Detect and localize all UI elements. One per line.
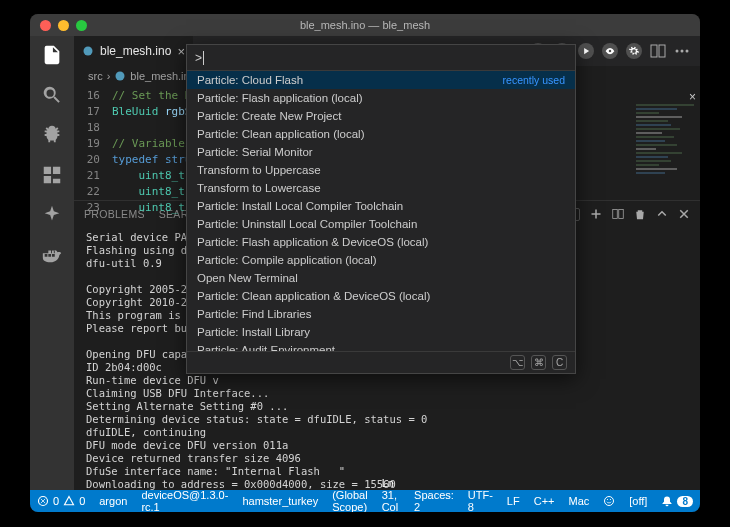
svg-rect-7 <box>613 210 618 219</box>
command-palette: > Particle: Cloud Flashrecently usedPart… <box>186 44 576 374</box>
breadcrumb-folder[interactable]: src <box>88 70 103 82</box>
command-palette-item[interactable]: Particle: Compile application (local) <box>187 251 575 269</box>
window-controls <box>30 20 87 31</box>
cpp-file-icon <box>114 70 126 82</box>
command-palette-input[interactable]: > <box>187 45 575 71</box>
command-palette-item[interactable]: Particle: Clean application (local) <box>187 125 575 143</box>
status-scope[interactable]: (Global Scope) <box>325 490 374 512</box>
status-eol[interactable]: LF <box>500 490 527 512</box>
more-icon[interactable] <box>674 43 690 59</box>
svg-point-6 <box>116 72 125 81</box>
kbd-command-icon: ⌘ <box>531 355 546 370</box>
status-bell[interactable]: 8 <box>654 490 700 512</box>
window-title: ble_mesh.ino — ble_mesh <box>30 19 700 31</box>
command-palette-item[interactable]: Particle: Serial Monitor <box>187 143 575 161</box>
warning-icon <box>63 495 75 507</box>
activity-explorer[interactable] <box>41 44 63 68</box>
activity-extensions[interactable] <box>41 164 63 188</box>
activity-bar <box>30 36 74 490</box>
eye-icon <box>605 46 615 56</box>
status-device[interactable]: argon <box>92 490 134 512</box>
command-palette-prompt: > <box>195 51 202 65</box>
svg-point-5 <box>686 50 689 53</box>
extensions-icon <box>41 164 63 186</box>
svg-point-11 <box>607 499 608 500</box>
bell-icon <box>661 495 673 507</box>
docker-icon <box>41 244 63 266</box>
spark-icon <box>41 204 63 226</box>
svg-point-12 <box>610 499 611 500</box>
status-cursor[interactable]: Ln 31, Col 1 <box>375 490 407 512</box>
files-icon <box>41 44 63 66</box>
minimize-window-button[interactable] <box>58 20 69 31</box>
smile-icon <box>603 495 615 507</box>
svg-rect-8 <box>619 210 624 219</box>
activity-docker[interactable] <box>41 244 63 268</box>
action-view[interactable] <box>602 43 618 59</box>
command-palette-item[interactable]: Particle: Install Local Compiler Toolcha… <box>187 197 575 215</box>
app-window: ble_mesh.ino — ble_mesh <box>30 14 700 512</box>
status-deviceos[interactable]: deviceOS@1.3.0-rc.1 <box>134 490 235 512</box>
split-panel-icon[interactable] <box>612 208 624 220</box>
close-window-button[interactable] <box>40 20 51 31</box>
svg-point-0 <box>84 47 93 56</box>
search-icon <box>41 84 63 106</box>
editor-tab-label: ble_mesh.ino <box>100 44 171 58</box>
action-settings[interactable] <box>626 43 642 59</box>
kbd-letter: C <box>552 355 567 370</box>
command-palette-item[interactable]: Particle: Cloud Flashrecently used <box>187 71 575 89</box>
status-power[interactable]: [off] <box>622 490 654 512</box>
command-palette-list: Particle: Cloud Flashrecently usedPartic… <box>187 71 575 351</box>
action-debug[interactable] <box>578 43 594 59</box>
svg-point-4 <box>681 50 684 53</box>
breadcrumb-sep-icon: › <box>107 70 111 82</box>
svg-point-3 <box>676 50 679 53</box>
status-errors[interactable]: 0 0 <box>30 490 92 512</box>
plus-icon[interactable] <box>590 208 602 220</box>
command-palette-item[interactable]: Particle: Audit Environment <box>187 341 575 351</box>
status-os[interactable]: Mac <box>562 490 597 512</box>
close-tab-button[interactable]: × <box>177 44 185 59</box>
zoom-window-button[interactable] <box>76 20 87 31</box>
close-diff-button[interactable]: × <box>689 90 696 104</box>
cpp-file-icon <box>82 45 94 57</box>
svg-point-10 <box>605 497 614 506</box>
titlebar: ble_mesh.ino — ble_mesh <box>30 14 700 36</box>
activity-debug[interactable] <box>41 124 63 148</box>
line-gutter: 16 17 18 19 20 21 22 23 <box>74 86 108 216</box>
command-palette-item[interactable]: Particle: Uninstall Local Compiler Toolc… <box>187 215 575 233</box>
gear-icon <box>629 46 639 56</box>
status-encoding[interactable]: UTF-8 <box>461 490 500 512</box>
close-panel-icon[interactable] <box>678 208 690 220</box>
chevron-up-icon[interactable] <box>656 208 668 220</box>
status-target[interactable]: hamster_turkey <box>235 490 325 512</box>
command-palette-item[interactable]: Particle: Install Library <box>187 323 575 341</box>
svg-rect-1 <box>651 45 657 57</box>
trash-icon[interactable] <box>634 208 646 220</box>
command-palette-item[interactable]: Transform to Lowercase <box>187 179 575 197</box>
command-palette-item[interactable]: Particle: Flash application (local) <box>187 89 575 107</box>
activity-search[interactable] <box>41 84 63 108</box>
status-lang[interactable]: C++ <box>527 490 562 512</box>
status-bar: 0 0 argon deviceOS@1.3.0-rc.1 hamster_tu… <box>30 490 700 512</box>
keybinding-hint: ⌥ ⌘ C <box>187 351 575 373</box>
svg-rect-2 <box>659 45 665 57</box>
activity-particle[interactable] <box>41 204 63 228</box>
split-icon[interactable] <box>650 43 666 59</box>
command-palette-item[interactable]: Particle: Create New Project <box>187 107 575 125</box>
command-palette-item[interactable]: Open New Terminal <box>187 269 575 287</box>
error-icon <box>37 495 49 507</box>
command-palette-item[interactable]: Particle: Flash application & DeviceOS (… <box>187 233 575 251</box>
status-feedback[interactable] <box>596 490 622 512</box>
bug-icon <box>41 124 63 146</box>
command-palette-item[interactable]: Transform to Uppercase <box>187 161 575 179</box>
command-palette-item[interactable]: Particle: Find Libraries <box>187 305 575 323</box>
status-spaces[interactable]: Spaces: 2 <box>407 490 461 512</box>
play-bug-icon <box>581 46 591 56</box>
editor-tab[interactable]: ble_mesh.ino × <box>74 36 193 66</box>
minimap[interactable]: × <box>630 86 700 200</box>
command-palette-item[interactable]: Particle: Clean application & DeviceOS (… <box>187 287 575 305</box>
kbd-option-icon: ⌥ <box>510 355 525 370</box>
